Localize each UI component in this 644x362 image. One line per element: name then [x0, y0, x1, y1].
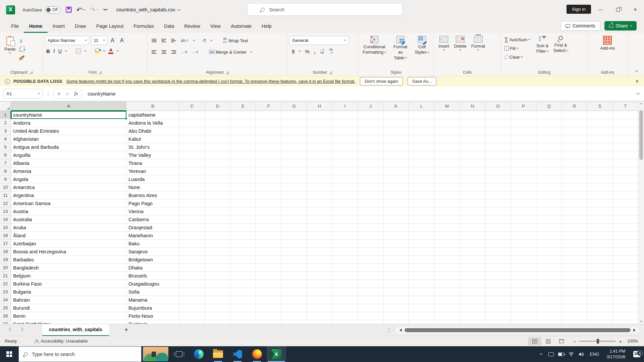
column-header-Q[interactable]: Q: [536, 102, 562, 111]
cell-empty[interactable]: [307, 216, 332, 224]
cell-empty[interactable]: [434, 191, 460, 199]
cell-country[interactable]: Barbados: [11, 256, 126, 264]
cell-empty[interactable]: [230, 288, 256, 296]
cell-empty[interactable]: [536, 111, 562, 119]
cell-empty[interactable]: [562, 272, 587, 280]
zoom-slider[interactable]: [579, 341, 615, 342]
cell-empty[interactable]: [562, 240, 587, 248]
increase-font-button[interactable]: Aˆ: [109, 38, 117, 44]
cell-empty[interactable]: [358, 175, 383, 183]
taskbar-edge-button[interactable]: [189, 346, 208, 362]
cell-empty[interactable]: [383, 312, 409, 320]
cell-empty[interactable]: [613, 288, 638, 296]
cell-empty[interactable]: [409, 296, 434, 304]
align-middle-icon[interactable]: [161, 39, 166, 42]
tab-help[interactable]: Help: [257, 20, 277, 33]
cell-empty[interactable]: [409, 207, 434, 216]
cell-empty[interactable]: [383, 232, 409, 240]
align-bottom-icon[interactable]: [171, 39, 176, 42]
cell-empty[interactable]: [613, 312, 638, 320]
cell-empty[interactable]: [307, 151, 332, 159]
cell-empty[interactable]: [613, 135, 638, 143]
formula-input[interactable]: countryName: [88, 91, 637, 97]
cell-empty[interactable]: [511, 288, 536, 296]
cell-empty[interactable]: [332, 127, 358, 135]
cell-empty[interactable]: [485, 191, 511, 199]
cell-capital[interactable]: Dhaka: [126, 264, 179, 272]
cell-empty[interactable]: [434, 312, 460, 320]
wrap-text-button[interactable]: abc↩ Wrap Text: [222, 37, 249, 45]
close-button[interactable]: ×: [627, 0, 644, 19]
column-header-H[interactable]: H: [307, 102, 332, 111]
column-header-K[interactable]: K: [383, 102, 409, 111]
accessibility-status[interactable]: Accessibility: Unavailable: [34, 339, 88, 344]
cell-empty[interactable]: [562, 151, 587, 159]
cell-empty[interactable]: [358, 127, 383, 135]
cell-empty[interactable]: [307, 312, 332, 320]
cell-empty[interactable]: [281, 183, 307, 191]
borders-icon[interactable]: [76, 49, 81, 54]
cell-empty[interactable]: [307, 288, 332, 296]
cell-empty[interactable]: [613, 248, 638, 256]
column-header-G[interactable]: G: [281, 102, 307, 111]
fill-color-button[interactable]: [95, 49, 100, 53]
cell-empty[interactable]: [536, 183, 562, 191]
cell-empty[interactable]: [230, 304, 256, 312]
cell-empty[interactable]: [205, 296, 230, 304]
cell-empty[interactable]: [256, 224, 281, 232]
cell-empty[interactable]: [205, 119, 230, 127]
cell-empty[interactable]: [511, 272, 536, 280]
select-all-corner[interactable]: [0, 102, 11, 111]
cell-empty[interactable]: [613, 143, 638, 151]
cell-empty[interactable]: [179, 288, 205, 296]
row-header-2[interactable]: 2: [0, 119, 11, 127]
cell-empty[interactable]: [307, 272, 332, 280]
cell-empty[interactable]: [587, 304, 613, 312]
cell-country[interactable]: Burkina Faso: [11, 280, 126, 288]
column-header-N[interactable]: N: [460, 102, 485, 111]
cell-empty[interactable]: [332, 224, 358, 232]
cell-empty[interactable]: [434, 127, 460, 135]
battery-icon[interactable]: [556, 353, 566, 356]
warning-close-icon[interactable]: ×: [636, 78, 639, 84]
cell-empty[interactable]: [613, 119, 638, 127]
horizontal-scrollbar[interactable]: [396, 327, 639, 334]
cell-empty[interactable]: [536, 191, 562, 199]
cell-empty[interactable]: [434, 304, 460, 312]
cell-empty[interactable]: [281, 127, 307, 135]
cell-empty[interactable]: [434, 296, 460, 304]
cell-empty[interactable]: [179, 143, 205, 151]
cell-empty[interactable]: [511, 143, 536, 151]
cell-empty[interactable]: [307, 143, 332, 151]
cell-empty[interactable]: [205, 232, 230, 240]
row-header-11[interactable]: 11: [0, 191, 11, 199]
cell-empty[interactable]: [205, 207, 230, 216]
cell-capital[interactable]: Baku: [126, 240, 179, 248]
cell-empty[interactable]: [409, 111, 434, 119]
cell-empty[interactable]: [511, 127, 536, 135]
cell-empty[interactable]: [434, 119, 460, 127]
cell-empty[interactable]: [358, 159, 383, 167]
cell-empty[interactable]: [230, 216, 256, 224]
cell-empty[interactable]: [409, 224, 434, 232]
underline-button[interactable]: U: [58, 48, 62, 54]
cell-empty[interactable]: [536, 248, 562, 256]
cell-empty[interactable]: [332, 312, 358, 320]
cell-empty[interactable]: [434, 232, 460, 240]
cell-empty[interactable]: [358, 320, 383, 324]
cell-empty[interactable]: [434, 216, 460, 224]
cell-empty[interactable]: [409, 135, 434, 143]
cell-empty[interactable]: [230, 320, 256, 324]
cell-empty[interactable]: [281, 280, 307, 288]
orientation-button[interactable]: ab↗: [181, 38, 189, 43]
cell-empty[interactable]: [179, 207, 205, 216]
cell-empty[interactable]: [536, 207, 562, 216]
cell-empty[interactable]: [383, 304, 409, 312]
cell-empty[interactable]: [562, 191, 587, 199]
cell-empty[interactable]: [587, 312, 613, 320]
column-header-A[interactable]: A: [11, 102, 126, 111]
cell-empty[interactable]: [511, 256, 536, 264]
column-header-M[interactable]: M: [434, 102, 460, 111]
row-header-5[interactable]: 5: [0, 143, 11, 151]
cell-empty[interactable]: [511, 216, 536, 224]
